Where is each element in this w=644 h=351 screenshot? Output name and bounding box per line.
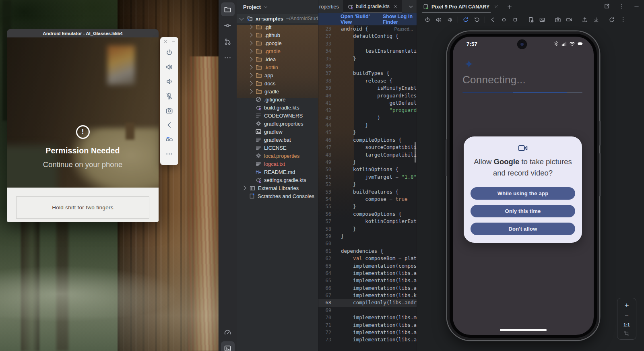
download-button[interactable] [591,15,601,25]
upload-button[interactable] [580,15,590,25]
code-line-36[interactable]: 36 [318,62,417,70]
code-line-57[interactable]: 57 kotlinCompilerExtens [318,218,417,225]
chevron-right-icon[interactable] [248,33,252,37]
android-home-button[interactable] [499,15,509,25]
volume-up-button[interactable] [163,60,175,74]
device-tab-pixel-9-pro[interactable]: Pixel 9 Pro API CANARY [423,4,512,10]
toolbar-more-button[interactable] [618,15,628,25]
code-line-71[interactable]: 71 implementation(libs.andr [318,322,417,329]
code-line-37[interactable]: 37 buildTypes { [318,70,417,77]
tree-item-gradlew[interactable]: gradlew [237,128,318,136]
code-line-73[interactable]: 73 implementation(libs.andr [318,336,417,343]
code-line-43[interactable]: 43 ) [318,114,417,122]
tab-properties[interactable]: roperties [318,0,343,13]
code-line-63[interactable]: 63 implementation(composeBo [318,262,417,270]
code-line-51[interactable]: 51 jvmTarget = "1.8" [318,173,417,181]
device-tab-close-icon[interactable] [494,4,498,9]
android-overview-button[interactable] [510,15,520,25]
home-indicator[interactable] [500,329,547,331]
dialog-button-while-using-the-app[interactable]: While using the app [471,187,575,200]
chevron-right-icon[interactable] [242,186,246,190]
code-line-55[interactable]: 55 } [318,203,417,210]
code-line-58[interactable]: 58 } [318,225,417,233]
dialog-button-don-t-allow[interactable]: Don't allow [471,223,575,235]
code-line-42[interactable]: 42 "proguard-ru [318,107,417,114]
tree-item-docs[interactable]: docs [237,79,318,87]
code-line-68[interactable]: 68 compileOnly(libs.android [318,299,417,306]
tree-root-xr-samples[interactable]: xr-samples ~/AndroidStudioProj [237,14,318,23]
code-line-41[interactable]: 41 getDefaultPr [318,99,417,107]
tree-item-local-properties[interactable]: local.properties [237,152,318,160]
camera-button[interactable] [163,103,175,118]
panel-options-icon[interactable] [619,3,625,9]
code-line-62[interactable]: 62 val composeBom = platfor [318,255,417,262]
minimize-icon[interactable] [171,39,175,43]
project-panel-header[interactable]: Project [237,0,318,14]
open-build-view-link[interactable]: Open 'Build' View [341,14,372,25]
close-icon[interactable] [163,39,167,43]
code-area[interactable]: 23android {27 defaultConfig {3334 testIn… [318,25,417,344]
tree-item-gitignore[interactable]: .gitignore [237,95,318,103]
chevron-expanded-icon[interactable] [239,16,244,20]
device-volume-up-button[interactable] [434,15,444,25]
code-line-48[interactable]: 48 targetCompatibility [318,151,417,159]
chevron-right-icon[interactable] [248,89,252,93]
device-power-button[interactable] [423,15,432,25]
commit-tool-button[interactable] [221,19,235,32]
zoom-in-button[interactable]: + [624,301,629,309]
code-line-33[interactable]: 33 [318,40,417,47]
zoom-actual-size-button[interactable]: 1:1 [623,322,630,327]
mic-off-button[interactable] [163,89,175,103]
tree-item-external-libraries[interactable]: External Libraries [237,184,318,192]
tree-item-google[interactable]: .google [237,39,318,47]
back-button[interactable] [163,118,175,132]
code-line-49[interactable]: 49 } [318,159,417,166]
tree-item-logcat-txt[interactable]: logcat.txt [237,160,318,168]
open-in-window-icon[interactable] [604,3,610,9]
more-tools-button[interactable] [221,51,235,64]
code-line-44[interactable]: 44 } [318,122,417,129]
code-line-35[interactable]: 35 } [318,55,417,62]
tree-item-idea[interactable]: .idea [237,55,318,63]
tree-item-gradlew-bat[interactable]: gradlew.bat [237,136,318,144]
code-line-34[interactable]: 34 testInstrumentationR [318,47,417,55]
tree-item-codeowners[interactable]: CODEOWNERS [237,111,318,120]
device-settings-button[interactable] [526,15,536,25]
zoom-out-button[interactable]: − [625,312,629,319]
chevron-right-icon[interactable] [248,81,252,85]
screen-record-button[interactable] [564,15,574,25]
tree-item-settings-gradle-kts[interactable]: settings.gradle.kts [237,176,318,184]
code-line-52[interactable]: 52 } [318,181,417,188]
code-line-53[interactable]: 53 buildFeatures { [318,188,417,196]
code-line-66[interactable]: 66 implementation(libs.andr [318,285,417,292]
tree-item-github[interactable]: .github [237,31,318,39]
code-line-60[interactable]: 60 [318,240,417,247]
chevron-right-icon[interactable] [248,25,252,29]
dialog-button-only-this-time[interactable]: Only this time [471,205,575,217]
tree-item-license[interactable]: LICENSE [237,144,318,152]
code-line-27[interactable]: 27 defaultConfig { [318,33,417,40]
chevron-right-icon[interactable] [248,73,252,77]
power-button[interactable] [163,45,175,60]
code-line-64[interactable]: 64 implementation(libs.andr [318,270,417,277]
editor-scrollbar-thumb[interactable] [415,142,416,163]
zoom-fit-icon[interactable] [624,330,630,336]
code-line-39[interactable]: 39 isMinifyEnabled [318,85,417,92]
emulator-screen[interactable]: ! Permission Needed Continue on your pho… [7,37,159,188]
show-log-in-finder-link[interactable]: Show Log in Finder [383,14,417,25]
tree-item-git[interactable]: .git [237,23,318,31]
chevron-down-icon[interactable] [263,5,268,10]
code-line-70[interactable]: 70 implementation(libs.mate [318,314,417,321]
device-volume-down-button[interactable] [445,15,455,25]
snapshot-button[interactable] [537,15,547,25]
rotate-right-button[interactable] [472,15,482,25]
phone-screen[interactable]: 7:57 Connecting... Allow Googl [453,37,594,335]
tree-item-scratches-and-consoles[interactable]: Scratches and Consoles [237,192,318,200]
code-line-67[interactable]: 67 implementation(libs.kotl [318,292,417,299]
volume-down-button[interactable] [163,74,175,89]
reset-button[interactable] [607,15,617,25]
code-line-61[interactable]: 61dependencies { [318,248,417,255]
code-line-40[interactable]: 40 proguardFiles( [318,92,417,99]
tree-item-gradle[interactable]: .gradle [237,47,318,55]
emulator-title-bar[interactable]: Android Emulator - AI_Glasses:5554 [7,29,159,37]
